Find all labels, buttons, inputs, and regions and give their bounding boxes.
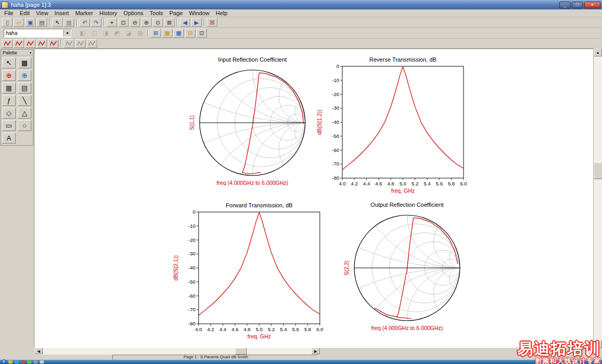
toolbar-separator	[103, 19, 105, 26]
page-canvas[interactable]: Input Reflection CoefficientS(1,1)freq (…	[34, 49, 593, 348]
svg-text:-30: -30	[188, 251, 195, 256]
undo-icon[interactable]: ↶	[79, 18, 90, 27]
taskbar-app-3[interactable]	[21, 360, 25, 363]
maximize-button[interactable]: □	[572, 2, 583, 8]
rect-plot-tool[interactable]: ▦	[2, 83, 16, 93]
plot-output-reflection-coefficient[interactable]: Output Reflection CoefficientS(2,2)freq …	[342, 201, 472, 335]
dropdown-arrow-icon[interactable]: ▼	[63, 30, 71, 37]
trace-style3-icon[interactable]	[87, 39, 97, 48]
svg-text:freq (4.000GHz to 6.000GHz): freq (4.000GHz to 6.000GHz)	[371, 325, 443, 331]
save-icon[interactable]: ▣	[25, 18, 36, 27]
polar-plot-tool[interactable]: ⊕	[2, 70, 16, 81]
zoom-area-icon[interactable]: ⊡	[118, 18, 129, 27]
polygon-tool[interactable]: △	[18, 108, 31, 119]
redo-icon[interactable]: ↷	[91, 18, 101, 27]
svg-text:6.0: 6.0	[460, 181, 467, 186]
insert-plot-icon[interactable]: ⊡	[196, 29, 207, 38]
new-icon[interactable]: ▯	[2, 18, 13, 27]
trace-bar-icon[interactable]	[48, 39, 59, 48]
menu-window[interactable]: Window	[186, 10, 213, 16]
insert-table-icon[interactable]: ▦	[173, 29, 184, 38]
text-tool[interactable]: A	[2, 133, 16, 144]
menu-tools[interactable]: Tools	[146, 10, 166, 16]
menu-edit[interactable]: Edit	[17, 10, 33, 16]
taskbar-app-5[interactable]	[33, 360, 38, 363]
insert-grid-icon[interactable]: ▦	[162, 29, 172, 38]
plot-reverse-transmission[interactable]: Reverse Transmission, dBdB(S(1,2))0-10-2…	[315, 56, 477, 198]
equation-tool[interactable]: ƒ	[2, 95, 16, 106]
svg-text:-10: -10	[188, 223, 195, 229]
window-controls: _ □ ×	[559, 2, 602, 8]
close-button[interactable]: ×	[584, 2, 600, 8]
svg-text:4.4: 4.4	[363, 181, 370, 186]
delete-icon[interactable]: ☒	[207, 18, 217, 27]
vertical-scrollbar[interactable]: ▲ ▼	[593, 49, 602, 348]
start-button[interactable]	[2, 359, 6, 364]
svg-text:5.6: 5.6	[292, 326, 299, 332]
svg-text:-50: -50	[188, 279, 195, 285]
menu-history[interactable]: History	[96, 10, 120, 16]
horizontal-scroll-thumb[interactable]	[235, 348, 247, 355]
scroll-up-icon[interactable]: ▲	[594, 49, 602, 56]
taskbar-app-1[interactable]	[8, 360, 13, 363]
svg-text:-80: -80	[332, 175, 339, 181]
svg-text:5.4: 5.4	[424, 181, 431, 186]
palette-panel: Palette ▪ ↖▦⊕⊕▦▤ƒ╲◇△▭○A	[1, 49, 33, 146]
minimize-button[interactable]: _	[559, 2, 571, 8]
windows-taskbar[interactable]	[0, 360, 602, 364]
zoom-full-icon[interactable]: ⊙	[153, 18, 163, 27]
prev-page-icon[interactable]: ◀	[180, 18, 190, 27]
plot-input-reflection-coefficient[interactable]: Input Reflection CoefficientS(1,1)freq (…	[187, 56, 318, 190]
trace-style1-icon[interactable]	[64, 39, 74, 48]
move-icon[interactable]: +	[107, 18, 117, 27]
palette-pin-icon[interactable]: ▪	[30, 50, 31, 55]
trace-spline-icon[interactable]	[25, 39, 36, 48]
svg-text:6.0: 6.0	[316, 326, 323, 332]
vertical-scroll-thumb[interactable]	[594, 162, 602, 179]
line-tool[interactable]: ╲	[18, 95, 31, 106]
palette-header: Palette ▪	[1, 50, 33, 56]
scroll-left-icon[interactable]: ◀	[34, 348, 43, 354]
menu-file[interactable]: File	[1, 10, 17, 16]
trace-line-icon[interactable]	[2, 39, 13, 48]
svg-text:5.8: 5.8	[304, 326, 311, 332]
taskbar-app-6[interactable]	[40, 360, 44, 363]
select-tool[interactable]: ↖	[2, 57, 16, 68]
menu-insert[interactable]: Insert	[51, 10, 72, 16]
insert-matrix-icon[interactable]: ⊞	[150, 29, 161, 38]
menu-help[interactable]: Help	[213, 10, 231, 16]
toolbar-page: haha▼◧◫◨◩◪▨⊞▦▦⊟⊡	[0, 28, 602, 39]
zoom-in-icon[interactable]: ⊕	[141, 18, 152, 27]
stacked-plot-tool[interactable]: ▤	[18, 83, 31, 93]
taskbar-app-2[interactable]	[15, 360, 19, 363]
paste-icon[interactable]: ▥	[64, 18, 74, 27]
arc-tool[interactable]: ◇	[2, 108, 16, 119]
menu-marker[interactable]: Marker	[72, 10, 96, 16]
insert-sheet-icon[interactable]: ⊟	[185, 29, 195, 38]
svg-text:-20: -20	[332, 91, 339, 97]
list-plot-tool[interactable]: ▦	[18, 57, 31, 68]
menu-bar: FileEditViewInsertMarkerHistoryOptionsTo…	[0, 9, 602, 17]
plot-forward-transmission[interactable]: Forward Transmission, dBdB(S(2,1))0-10-2…	[171, 202, 333, 344]
page-select[interactable]: haha▼	[4, 29, 72, 38]
next-page-icon[interactable]: ▶	[191, 18, 202, 27]
menu-page[interactable]: Page	[166, 10, 186, 16]
svg-text:4.0: 4.0	[195, 326, 202, 332]
taskbar-app-4[interactable]	[27, 360, 31, 363]
trace-scatter-icon[interactable]	[37, 39, 47, 48]
smith-chart-tool[interactable]: ⊕	[18, 70, 31, 81]
print-icon[interactable]: ▤	[37, 18, 47, 27]
menu-options[interactable]: Options	[120, 10, 146, 16]
circle-tool[interactable]: ○	[18, 120, 31, 131]
open-icon[interactable]: ▱	[14, 18, 24, 27]
menu-view[interactable]: View	[33, 10, 52, 16]
scroll-right-icon[interactable]: ▶	[311, 348, 320, 354]
pointer-icon[interactable]: ↖	[52, 18, 63, 27]
fit-view-icon[interactable]: ⊠	[164, 18, 175, 27]
trace-style2-icon[interactable]	[75, 39, 86, 48]
rectangle-tool[interactable]: ▭	[2, 120, 16, 131]
toolbar-separator	[61, 40, 62, 47]
horizontal-scrollbar[interactable]: ◀ ▶	[34, 348, 320, 355]
trace-marker-icon[interactable]	[14, 39, 24, 48]
zoom-out-icon[interactable]: ⊖	[130, 18, 140, 27]
